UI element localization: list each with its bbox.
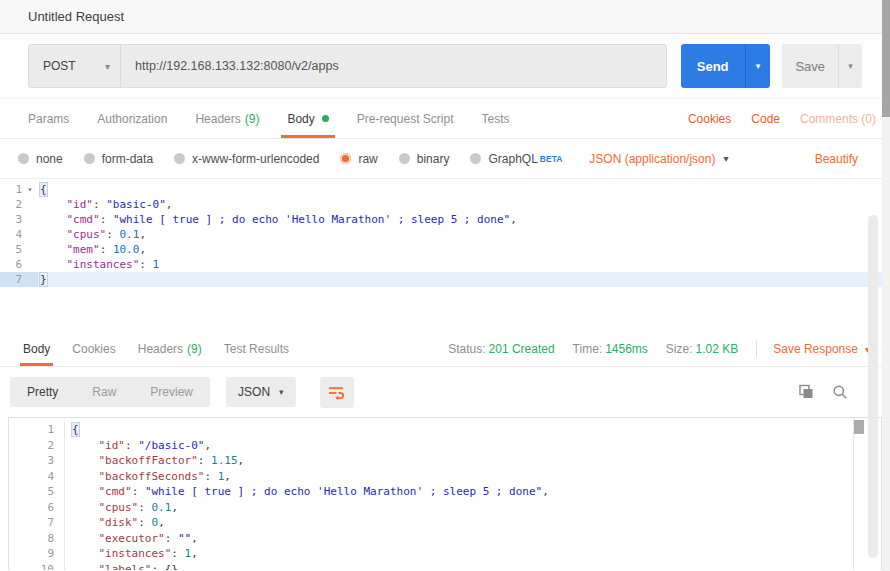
active-tab-underline: [281, 135, 334, 138]
line-gutter: 5: [0, 242, 38, 257]
code-line[interactable]: 4 "backoffSeconds": 1,: [9, 469, 881, 485]
chevron-down-icon: ▾: [279, 387, 284, 397]
response-body-editor[interactable]: 1{2 "id": "/basic-0",3 "backoffFactor": …: [9, 418, 881, 570]
code-line[interactable]: 10 "labels": {}: [9, 562, 881, 571]
search-icon: [832, 384, 848, 400]
search-response-button[interactable]: [832, 384, 848, 400]
beautify-link[interactable]: Beautify: [815, 152, 858, 166]
comments-link[interactable]: Comments (0): [800, 112, 876, 126]
code-line[interactable]: 1{: [9, 422, 881, 438]
body-type-bar: none form-data x-www-form-urlencoded raw…: [0, 139, 890, 178]
body-type-urlencoded[interactable]: x-www-form-urlencoded: [174, 152, 319, 166]
response-scrollbar-thumb[interactable]: [854, 420, 864, 434]
fold-gutter-spacer: [22, 257, 38, 272]
time-stat: Time:1456ms: [573, 342, 648, 356]
code-line[interactable]: 7 "disk": 0,: [9, 515, 881, 531]
view-raw-button[interactable]: Raw: [75, 377, 133, 407]
code-line[interactable]: 6 "cpus": 0.1,: [9, 500, 881, 516]
line-gutter: 7: [9, 515, 65, 531]
line-gutter: 6: [9, 500, 65, 516]
cookies-link[interactable]: Cookies: [688, 112, 731, 126]
code-link[interactable]: Code: [751, 112, 780, 126]
save-response-button[interactable]: Save Response ▾: [773, 342, 870, 356]
code-line-text: "disk": 0,: [65, 515, 881, 531]
response-tab-body[interactable]: Body: [12, 332, 61, 366]
response-language-select[interactable]: JSON ▾: [226, 377, 296, 407]
tab-headers-label: Headers: [195, 112, 240, 126]
tab-params[interactable]: Params: [14, 99, 83, 138]
response-tab-headers-label: Headers: [138, 342, 183, 356]
response-language-label: JSON: [238, 385, 270, 399]
tab-headers[interactable]: Headers (9): [181, 99, 273, 138]
body-type-form-data[interactable]: form-data: [84, 152, 153, 166]
code-line[interactable]: 1▾{: [0, 182, 890, 197]
radio-icon: [470, 153, 481, 164]
body-type-binary[interactable]: binary: [399, 152, 450, 166]
tab-authorization[interactable]: Authorization: [83, 99, 181, 138]
tab-body[interactable]: Body: [273, 99, 342, 138]
code-line[interactable]: 2 "id": "basic-0",: [0, 197, 890, 212]
request-title-bar: Untitled Request: [0, 0, 890, 34]
wrap-text-button[interactable]: [320, 377, 354, 408]
code-line-text: "id": "basic-0",: [38, 197, 890, 212]
body-type-raw[interactable]: raw: [340, 152, 377, 166]
request-title: Untitled Request: [28, 9, 124, 24]
code-line[interactable]: 5 "cmd": "while [ true ] ; do echo 'Hell…: [9, 484, 881, 500]
code-line-text: "mem": 10.0,: [38, 242, 890, 257]
copy-response-button[interactable]: [798, 384, 814, 400]
window-scrollbar-thumb[interactable]: [882, 0, 890, 117]
code-line[interactable]: 2 "id": "/basic-0",: [9, 438, 881, 454]
url-value: http://192.168.133.132:8080/v2/apps: [135, 59, 339, 73]
view-preview-button[interactable]: Preview: [133, 377, 210, 407]
code-line[interactable]: 8 "executor": "",: [9, 531, 881, 547]
send-button[interactable]: Send: [681, 44, 745, 88]
save-button[interactable]: Save: [782, 44, 838, 88]
line-gutter: 4: [0, 227, 38, 242]
response-tab-test-results[interactable]: Test Results: [213, 332, 300, 366]
line-number: 7: [0, 272, 22, 287]
content-type-select[interactable]: JSON (application/json) ▾: [589, 152, 728, 166]
divider: [756, 341, 757, 357]
response-tab-cookies[interactable]: Cookies: [61, 332, 126, 366]
code-line-text: "cpus": 0.1,: [65, 500, 881, 516]
save-options-button[interactable]: ▾: [838, 44, 862, 88]
copy-icon: [798, 384, 814, 400]
request-builder-row: POST ▾ http://192.168.133.132:8080/v2/ap…: [0, 34, 890, 99]
line-number: 7: [18, 515, 64, 531]
fold-toggle-icon[interactable]: ▾: [22, 182, 38, 197]
window-scrollbar-track[interactable]: [882, 0, 890, 571]
send-options-button[interactable]: ▾: [745, 44, 771, 88]
code-line[interactable]: 3 "cmd": "while [ true ] ; do echo 'Hell…: [0, 212, 890, 227]
time-value: 1456ms: [605, 342, 648, 356]
line-gutter: 2: [0, 197, 38, 212]
radio-icon: [18, 153, 29, 164]
fold-gutter-spacer: [22, 272, 38, 287]
body-type-urlencoded-label: x-www-form-urlencoded: [192, 152, 319, 166]
body-type-none[interactable]: none: [18, 152, 63, 166]
line-number: 9: [18, 546, 64, 562]
code-line[interactable]: 4 "cpus": 0.1,: [0, 227, 890, 242]
response-tab-headers[interactable]: Headers (9): [127, 332, 213, 366]
code-line[interactable]: 9 "instances": 1,: [9, 546, 881, 562]
url-input[interactable]: http://192.168.133.132:8080/v2/apps: [121, 45, 666, 87]
request-body-editor[interactable]: 1▾{2 "id": "basic-0",3 "cmd": "while [ t…: [0, 178, 890, 332]
line-number: 2: [18, 438, 64, 454]
line-gutter: 10: [9, 562, 65, 571]
content-type-label: JSON (application/json): [589, 152, 715, 166]
pane-scrollbar-thumb[interactable]: [868, 215, 878, 558]
view-pretty-button[interactable]: Pretty: [10, 377, 75, 407]
tab-pre-request-label: Pre-request Script: [357, 112, 454, 126]
send-button-group: Send ▾: [681, 44, 771, 88]
line-number: 3: [0, 212, 22, 227]
body-type-graphql[interactable]: GraphQL BETA: [470, 152, 562, 166]
code-line[interactable]: 3 "backoffFactor": 1.15,: [9, 453, 881, 469]
body-type-binary-label: binary: [417, 152, 450, 166]
tab-pre-request-script[interactable]: Pre-request Script: [343, 99, 468, 138]
method-select[interactable]: POST ▾: [29, 45, 121, 87]
chevron-down-icon: ▾: [105, 61, 110, 72]
tab-tests[interactable]: Tests: [467, 99, 523, 138]
code-line[interactable]: 5 "mem": 10.0,: [0, 242, 890, 257]
code-line[interactable]: 6 "instances": 1: [0, 257, 890, 272]
code-line[interactable]: 7}: [0, 272, 890, 287]
response-tab-body-label: Body: [23, 342, 50, 356]
